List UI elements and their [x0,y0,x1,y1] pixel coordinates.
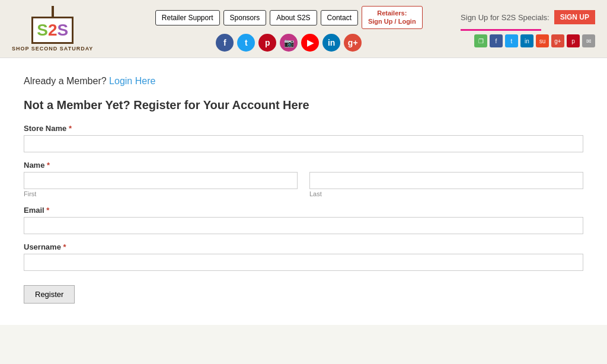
nav-buttons: Retailer Support Sponsors About S2S Cont… [155,6,423,28]
facebook-icon[interactable]: f [216,34,234,52]
pinterest-icon[interactable]: p [258,34,276,52]
last-hint: Last [309,190,583,197]
logo-2: 2 [48,21,57,40]
share-pinterest-icon[interactable]: p [567,34,580,47]
share-email-icon[interactable]: ✉ [582,34,595,47]
logo-subtitle: SHOP SECOND SATURDAY [12,46,93,52]
first-hint: First [24,190,298,197]
logo-s2: S [57,21,68,40]
name-required: * [47,161,50,170]
youtube-icon[interactable]: ▶ [301,34,319,52]
logo-s1: S [37,21,48,40]
name-group: Name * First Last [24,161,583,197]
store-name-required: * [69,124,72,133]
store-name-group: Store Name * [24,124,583,152]
email-group: Email * [24,206,583,234]
retailers-login-button[interactable]: Retailers: Sign Up / Login [362,6,423,28]
signup-specials-label: Sign Up for S2S Specials: [461,13,550,22]
logo-pole [52,6,54,18]
login-here-link[interactable]: Login Here [109,76,155,86]
registration-form: Store Name * Name * First Last [24,124,583,304]
already-member-text: Already a Member? Login Here [24,76,583,87]
logo-area: S 2 S SHOP SECOND SATURDAY [12,6,93,52]
username-required: * [63,242,66,251]
instagram-icon[interactable]: 📷 [280,34,298,52]
linkedin-icon[interactable]: in [322,34,340,52]
share-bar: ❐ f t in su g+ p ✉ [474,34,595,47]
email-required: * [46,206,49,215]
sponsors-button[interactable]: Sponsors [223,10,267,25]
store-name-input[interactable] [24,135,583,152]
twitter-icon[interactable]: t [237,34,255,52]
store-name-label: Store Name * [24,124,583,133]
username-input[interactable] [24,254,583,271]
username-group: Username * [24,242,583,271]
main-content: Already a Member? Login Here Not a Membe… [0,58,607,325]
right-area: Sign Up for S2S Specials: SIGN UP ❐ f t … [461,10,595,47]
email-input[interactable] [24,217,583,234]
share-gplus-icon[interactable]: g+ [551,34,564,47]
social-icons-row: f t p 📷 ▶ in g+ [216,34,362,52]
last-name-col: Last [309,172,583,197]
signup-specials-button[interactable]: SIGN UP [554,10,595,24]
username-label: Username * [24,242,583,251]
share-stumble-icon[interactable]: su [536,34,549,47]
name-row: First Last [24,172,583,197]
page-header: S 2 S SHOP SECOND SATURDAY Retailer Supp… [0,0,607,58]
share-linkedin-icon[interactable]: in [520,34,533,47]
register-heading: Not a Member Yet? Register for Your Acco… [24,98,583,112]
logo-box: S 2 S [31,17,74,44]
email-label: Email * [24,206,583,215]
nav-area: Retailer Support Sponsors About S2S Cont… [93,6,461,51]
signup-specials-row: Sign Up for S2S Specials: SIGN UP [461,10,595,24]
about-s2s-button[interactable]: About S2S [270,10,317,25]
first-name-col: First [24,172,298,197]
contact-button[interactable]: Contact [321,10,358,25]
register-button[interactable]: Register [24,285,75,304]
google-plus-icon[interactable]: g+ [344,34,362,52]
last-name-input[interactable] [309,172,583,189]
first-name-input[interactable] [24,172,298,189]
logo-sign: S 2 S [31,6,74,44]
name-label: Name * [24,161,583,170]
share-icon[interactable]: ❐ [474,34,487,47]
share-twitter-icon[interactable]: t [505,34,518,47]
share-facebook-icon[interactable]: f [490,34,503,47]
retailer-support-button[interactable]: Retailer Support [155,10,220,25]
pink-divider [461,29,595,31]
